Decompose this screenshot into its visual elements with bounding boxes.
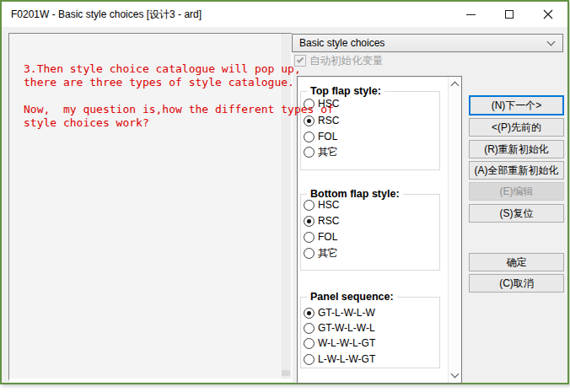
radio-icon: [304, 248, 315, 259]
radio-option-gtwlwl[interactable]: GT-W-L-W-L: [304, 322, 375, 334]
title-bar: F0201W - Basic style choices [设计3 - ard]: [2, 2, 567, 27]
radio-icon: [304, 99, 315, 110]
scroll-down-icon[interactable]: [451, 370, 460, 379]
radio-selected-icon: [304, 115, 315, 126]
window-title: F0201W - Basic style choices [设计3 - ard]: [11, 2, 202, 27]
list-scrollbar[interactable]: [448, 77, 461, 383]
next-button[interactable]: (N)下一个>: [469, 95, 564, 115]
radio-label: W-L-W-L-GT: [318, 337, 375, 349]
cancel-button[interactable]: (C)取消: [469, 274, 564, 293]
radio-option-rsc[interactable]: RSC: [304, 215, 339, 227]
previous-button[interactable]: <(P)先前的: [469, 118, 564, 137]
close-icon: [543, 9, 553, 19]
radio-selected-icon: [304, 308, 315, 319]
dialog-window: F0201W - Basic style choices [设计3 - ard]…: [0, 0, 569, 384]
radio-option-lwlwgt[interactable]: L-W-L-W-GT: [304, 353, 375, 365]
maximize-icon: [505, 10, 514, 19]
radio-label: RSC: [318, 215, 339, 227]
radio-label: RSC: [318, 115, 339, 126]
radio-option-rsc[interactable]: RSC: [304, 115, 339, 126]
group-label-panel-sequence: Panel sequence:: [307, 291, 397, 303]
radio-label: HSC: [318, 98, 339, 110]
radio-label: 其它: [318, 145, 338, 159]
message-panel-scrollbar[interactable]: [280, 34, 291, 379]
scroll-up-icon[interactable]: [451, 82, 460, 90]
close-button[interactable]: [528, 2, 567, 27]
chevron-down-icon: [547, 38, 556, 46]
edit-button: (E)编辑: [469, 182, 564, 201]
radio-option-other[interactable]: 其它: [304, 247, 338, 259]
radio-icon: [304, 338, 315, 349]
radio-label: GT-W-L-W-L: [318, 322, 375, 334]
auto-init-checkbox: [294, 55, 306, 67]
checkmark-icon: [297, 56, 304, 62]
group-label-top-flap: Top flap style:: [307, 85, 384, 97]
auto-init-checkbox-row: 自动初始化变量: [294, 54, 384, 67]
radio-label: HSC: [318, 199, 339, 211]
radio-option-hsc[interactable]: HSC: [304, 199, 339, 211]
radio-icon: [304, 200, 315, 211]
minimize-button[interactable]: [452, 2, 490, 27]
radio-icon: [304, 232, 315, 243]
radio-label: L-W-L-W-GT: [318, 353, 375, 365]
radio-option-fol[interactable]: FOL: [304, 231, 337, 243]
maximize-button[interactable]: [490, 2, 528, 27]
radio-option-hsc[interactable]: HSC: [304, 98, 339, 110]
message-panel: [8, 33, 293, 382]
style-catalogue-value: Basic style choices: [299, 35, 384, 51]
radio-option-wlwlgt[interactable]: W-L-W-L-GT: [304, 337, 375, 349]
auto-init-checkbox-label: 自动初始化变量: [309, 54, 384, 68]
radio-icon: [304, 354, 315, 365]
reset-button[interactable]: (S)复位: [469, 204, 564, 223]
reinitialize-button[interactable]: (R)重新初始化: [469, 140, 564, 158]
style-options-list: Top flap style: HSC RSC FOL 其它 Bottom fl…: [297, 76, 462, 384]
scrollbar-thumb[interactable]: [282, 370, 290, 376]
ok-button[interactable]: 确定: [469, 253, 564, 271]
radio-label: GT-L-W-L-W: [318, 307, 375, 319]
radio-icon: [304, 132, 315, 142]
radio-option-gtlwlw[interactable]: GT-L-W-L-W: [304, 307, 375, 319]
radio-icon: [304, 323, 315, 334]
radio-label: FOL: [318, 231, 337, 243]
style-catalogue-select[interactable]: Basic style choices: [292, 34, 563, 52]
radio-label: FOL: [318, 131, 337, 142]
radio-label: 其它: [318, 246, 338, 260]
reinitialize-all-button[interactable]: (A)全部重新初始化: [469, 161, 564, 180]
radio-option-other[interactable]: 其它: [304, 146, 338, 158]
radio-option-fol[interactable]: FOL: [304, 131, 337, 142]
radio-icon: [304, 147, 315, 158]
minimize-icon: [466, 14, 476, 15]
group-label-bottom-flap: Bottom flap style:: [307, 188, 403, 200]
radio-selected-icon: [304, 216, 315, 227]
dialog-client-area: 3.Then style choice catalogue will pop u…: [2, 27, 567, 383]
